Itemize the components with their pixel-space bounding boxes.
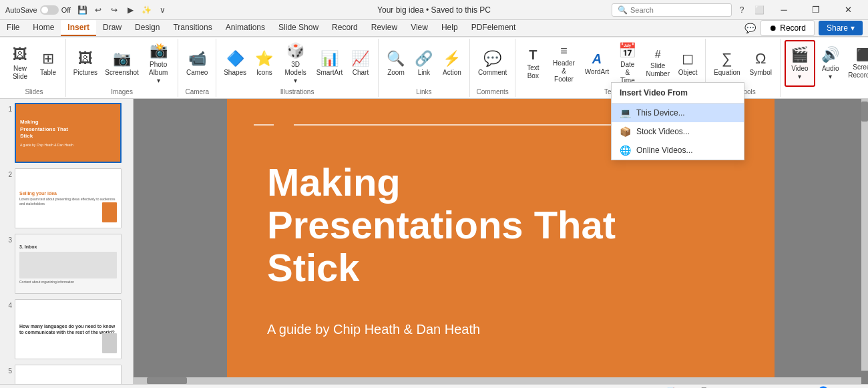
symbol-button[interactable]: Ω Symbol: [746, 40, 776, 87]
smartart-button[interactable]: 📊 SmartArt: [313, 40, 346, 87]
images-group-items: 🖼 Pictures 📷 Screenshot 📸 PhotoAlbum ▾: [70, 40, 174, 87]
scrollbar-thumb: [861, 102, 868, 122]
quick-access-toolbar: 💾 ↩ ↪ ▶ ✨ ∨: [75, 3, 170, 17]
vertical-scrollbar[interactable]: [861, 99, 868, 371]
textbox-icon: T: [529, 47, 537, 63]
share-label: Share: [827, 23, 848, 33]
new-slide-icon: 🖼: [13, 46, 27, 63]
more-qa-icon[interactable]: ∨: [155, 3, 170, 17]
chart-button[interactable]: 📈 Chart: [347, 40, 374, 87]
slide-thumb-1[interactable]: 1 MakingPresentations ThatStick A guide …: [3, 102, 130, 164]
date-time-icon: 📅: [618, 42, 636, 59]
insert-video-dropdown: Insert Video From 💻 This Device... 📦 Sto…: [611, 82, 744, 160]
stock-videos-icon: 📦: [620, 126, 631, 137]
tab-design[interactable]: Design: [128, 20, 166, 35]
tab-animations[interactable]: Animations: [219, 20, 272, 35]
tab-help[interactable]: Help: [435, 20, 465, 35]
redo-icon[interactable]: ↪: [107, 3, 122, 17]
slide-thumb-2[interactable]: 2 Selling your idea Lorem ipsum text abo…: [3, 167, 130, 230]
video-icon: 🎬: [791, 46, 809, 63]
slide-number-button[interactable]: # SlideNumber: [642, 40, 673, 87]
designer-icon[interactable]: ✨: [139, 3, 154, 17]
search-input[interactable]: [630, 6, 724, 14]
cameo-button[interactable]: 📹 Cameo: [182, 40, 212, 87]
slide-number-3: 3: [4, 236, 12, 244]
audio-button[interactable]: 🔊 Audio ▾: [817, 40, 845, 87]
dropdown-header: Insert Video From: [612, 83, 744, 104]
slide-thumb-5[interactable]: 5 Just one! Your own. With a little help…: [3, 363, 130, 384]
video-button[interactable]: 🎬 Video ▾: [785, 40, 815, 87]
restore-button[interactable]: ❐: [801, 0, 831, 20]
header-footer-button[interactable]: ≡ Header& Footer: [548, 40, 580, 87]
wordart-button[interactable]: A WordArt: [582, 40, 613, 87]
slide-preview-5: Just one! Your own. With a little help f…: [15, 365, 122, 384]
title-bar: AutoSave Off 💾 ↩ ↪ ▶ ✨ ∨ Your big idea •…: [0, 0, 868, 20]
slide-thumb-3[interactable]: 3 3. Inbox Content about organizing info…: [3, 232, 130, 295]
tab-view[interactable]: View: [404, 20, 435, 35]
camera-group-label: Camera: [182, 88, 212, 95]
symbol-icon: Ω: [755, 50, 766, 67]
link-button[interactable]: 🔗 Link: [411, 40, 437, 87]
action-button[interactable]: ⚡ Action: [439, 40, 465, 87]
close-button[interactable]: ✕: [833, 0, 863, 20]
ribbon-group-slides: 🖼 NewSlide ⊞ Table Slides: [3, 39, 66, 97]
search-icon: 🔍: [618, 5, 628, 15]
present-icon[interactable]: ▶: [123, 3, 138, 17]
textbox-button[interactable]: T TextBox: [519, 40, 546, 87]
minimize-button[interactable]: ─: [769, 0, 799, 20]
save-icon[interactable]: 💾: [75, 3, 89, 17]
dropdown-item-this-device[interactable]: 💻 This Device...: [612, 104, 744, 122]
undo-icon[interactable]: ↩: [91, 3, 105, 17]
equation-icon: ∑: [722, 50, 732, 67]
horizontal-scrollbar[interactable]: [134, 377, 861, 384]
slide1-subtitle: A guide by Chip Heath & Dan Heath: [20, 143, 116, 147]
zoom-slider[interactable]: [809, 386, 863, 389]
tab-slideshow[interactable]: Slide Show: [272, 20, 325, 35]
dropdown-item-online-videos[interactable]: 🌐 Online Videos...: [612, 141, 744, 160]
slide-thumb-4[interactable]: 4 How many languages do you need to know…: [3, 298, 130, 361]
equation-button[interactable]: ∑ Equation: [710, 40, 744, 87]
ribbon-tabs: File Home Insert Draw Design Transitions…: [0, 20, 522, 36]
autosave-toggle[interactable]: [40, 5, 59, 15]
tab-review[interactable]: Review: [365, 20, 404, 35]
shapes-button[interactable]: 🔷 Shapes: [220, 40, 250, 87]
pictures-button[interactable]: 🖼 Pictures: [70, 40, 101, 87]
tab-draw[interactable]: Draw: [96, 20, 128, 35]
photo-album-button[interactable]: 📸 PhotoAlbum ▾: [143, 40, 174, 87]
date-time-button[interactable]: 📅 Date &Time: [614, 40, 641, 87]
table-icon: ⊞: [42, 50, 54, 67]
tab-transitions[interactable]: Transitions: [166, 20, 218, 35]
table-button[interactable]: ⊞ Table: [35, 40, 61, 87]
tab-pdfelement[interactable]: PDFelement: [465, 20, 523, 35]
object-button[interactable]: ◻ Object: [674, 40, 701, 87]
screen-recording-button[interactable]: ⬛ ScreenRecording: [846, 40, 868, 87]
tab-record[interactable]: Record: [325, 20, 365, 35]
shapes-icon: 🔷: [226, 50, 244, 67]
new-slide-button[interactable]: 🖼 NewSlide: [7, 40, 33, 87]
ribbon-group-camera: 📹 Cameo Camera: [178, 39, 216, 97]
ribbon-group-media: 🎬 Video ▾ 🔊 Audio ▾ ⬛ ScreenRecording: [781, 39, 868, 97]
icons-icon: ⭐: [255, 50, 273, 67]
record-button[interactable]: ⏺ Record: [761, 20, 815, 36]
screenshot-button[interactable]: 📷 Screenshot: [102, 40, 142, 87]
search-bar[interactable]: 🔍: [612, 3, 732, 17]
tab-file[interactable]: File: [0, 20, 26, 35]
icons-button[interactable]: ⭐ Icons: [251, 40, 278, 87]
canvas-subtitle: A guide by Chip Heath & Dan Heath: [267, 322, 734, 337]
status-bar: Slide 1 of 5 Accessibility: Investigate …: [0, 384, 868, 388]
comments-icon[interactable]: 💬: [743, 21, 756, 35]
dropdown-item-stock-videos[interactable]: 📦 Stock Videos...: [612, 122, 744, 141]
tab-home[interactable]: Home: [26, 20, 61, 35]
tab-insert[interactable]: Insert: [61, 20, 96, 36]
3d-models-button[interactable]: 🎲 3DModels ▾: [279, 40, 312, 87]
3d-models-icon: 🎲: [286, 42, 304, 59]
slide-number-icon: #: [655, 49, 661, 61]
comment-button[interactable]: 💬 Comment: [474, 40, 511, 87]
slide3-image: [19, 252, 117, 278]
ribbon-display-icon[interactable]: ⬜: [752, 3, 767, 17]
smartart-icon: 📊: [320, 50, 339, 67]
record-icon: ⏺: [769, 23, 777, 33]
zoom-button[interactable]: 🔍 Zoom: [383, 40, 409, 87]
help-icon[interactable]: ?: [734, 3, 749, 17]
share-button[interactable]: Share ▾: [819, 21, 863, 35]
